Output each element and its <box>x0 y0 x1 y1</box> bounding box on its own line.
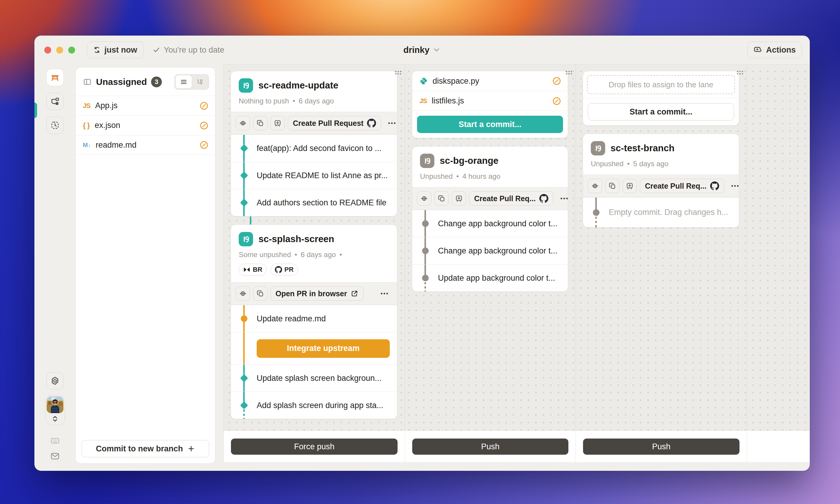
avatar-photo <box>47 396 64 413</box>
fetch-sync-button[interactable]: just now <box>87 41 144 58</box>
shortcuts-button[interactable] <box>50 435 60 446</box>
lane-drag-handle[interactable] <box>736 70 744 75</box>
push-button[interactable]: Push <box>412 438 568 455</box>
branch-badge-br[interactable]: BR <box>239 264 267 276</box>
lane-drag-handle[interactable] <box>565 70 573 75</box>
branch-name[interactable]: sc-bg-orange <box>440 156 498 166</box>
open-pr-in-browser-button[interactable]: Open PR in browser <box>270 286 364 301</box>
actions-button[interactable]: Actions <box>747 41 802 58</box>
app-window: just now You're up to date drinky Action… <box>34 36 810 471</box>
commit-bullet <box>422 248 429 254</box>
branch-toolbar: Create Pull Request <box>231 112 397 134</box>
file-row[interactable]: M↓ readme.md <box>76 135 215 155</box>
commit-message: Update readme.md <box>257 314 326 323</box>
workspace-tab-button[interactable] <box>46 69 64 86</box>
push-button[interactable]: Push <box>583 438 739 455</box>
commit-to-new-branch-button[interactable]: Commit to new branch <box>82 440 209 457</box>
file-name: readme.md <box>96 141 137 150</box>
sparkle-icon <box>754 46 763 54</box>
branches-tab-button[interactable] <box>46 93 64 110</box>
more-options-button[interactable] <box>556 194 568 203</box>
tree-view-icon <box>196 78 204 86</box>
commit-message: Update README to list Anne as pr... <box>257 171 388 180</box>
create-pull-request-button[interactable]: Create Pull Request <box>288 116 381 130</box>
new-pr-button[interactable] <box>270 116 285 130</box>
list-view-button[interactable] <box>176 75 192 89</box>
upstream-commit-row[interactable]: Update readme.md <box>231 305 397 332</box>
branch-name[interactable]: sc-splash-screen <box>259 234 334 245</box>
plus-icon <box>187 445 195 453</box>
github-icon <box>367 119 376 128</box>
commit-row[interactable]: feat(app): Add second favicon to ... <box>231 134 397 162</box>
workbench-icon <box>50 72 60 83</box>
copy-button[interactable] <box>434 191 449 206</box>
create-pull-request-button[interactable]: Create Pull Req... <box>640 179 724 193</box>
force-push-button[interactable]: Force push <box>231 438 398 455</box>
empty-commit-row[interactable]: Empty commit. Drag changes h... <box>583 197 739 227</box>
project-switcher[interactable]: drinky <box>403 45 441 55</box>
file-row[interactable]: { } ex.json <box>76 115 215 135</box>
create-pr-label: Create Pull Request <box>293 119 364 128</box>
commit-row[interactable]: Add authors section to README file <box>231 189 397 216</box>
avatar <box>47 396 64 413</box>
external-link-icon <box>351 290 358 298</box>
file-row[interactable]: JS App.js <box>76 96 215 115</box>
target-button[interactable] <box>417 191 431 206</box>
more-options-button[interactable] <box>384 119 397 128</box>
file-row[interactable]: JS listfiles.js <box>412 91 568 111</box>
branch-name[interactable]: sc-test-branch <box>611 143 675 154</box>
sync-icon <box>93 46 101 54</box>
start-commit-button[interactable]: Start a commit... <box>588 103 734 121</box>
target-button[interactable] <box>236 116 250 130</box>
account-switcher[interactable] <box>45 395 65 426</box>
commit-row[interactable]: Change app background color t... <box>412 210 568 237</box>
copy-button[interactable] <box>253 286 267 301</box>
lane-drag-handle[interactable] <box>394 70 402 75</box>
js-file-icon: JS <box>419 97 427 105</box>
minimize-window-button[interactable] <box>56 47 63 54</box>
more-options-button[interactable] <box>377 289 392 298</box>
target-button[interactable] <box>236 286 250 301</box>
modified-icon <box>552 96 561 106</box>
start-commit-button[interactable]: Start a commit... <box>417 116 563 133</box>
file-row[interactable]: diskspace.py <box>412 71 568 91</box>
integrate-upstream-button[interactable]: Integrate upstream <box>257 339 390 358</box>
settings-button[interactable] <box>46 372 64 390</box>
target-button[interactable] <box>588 179 602 193</box>
branch-name[interactable]: sc-readme-update <box>259 80 338 91</box>
drag-dots-icon <box>394 70 402 75</box>
branch-connector <box>231 216 397 224</box>
close-window-button[interactable] <box>44 47 51 54</box>
pr-badge-label: PR <box>284 266 294 273</box>
python-file-icon <box>419 77 428 85</box>
copy-button[interactable] <box>253 116 267 130</box>
tree-view-button[interactable] <box>192 75 208 89</box>
commit-row[interactable]: Change app background color t... <box>412 237 568 264</box>
copy-icon <box>256 289 264 298</box>
new-pr-button[interactable] <box>452 191 466 206</box>
commit-row[interactable]: Update app background color t... <box>412 264 568 291</box>
pr-add-icon <box>626 182 634 190</box>
commit-message: Update app background color t... <box>438 273 555 283</box>
commit-row[interactable]: Update splash screen backgroun... <box>231 364 397 392</box>
file-name: listfiles.js <box>432 96 464 106</box>
more-options-button[interactable] <box>727 181 739 191</box>
commit-row[interactable]: Update README to list Anne as pr... <box>231 162 397 189</box>
commit-row[interactable]: Add splash screen during app sta... <box>231 392 397 419</box>
commit-bullet <box>240 199 248 207</box>
drop-files-zone[interactable]: Drop files to assign to the lane <box>587 75 735 94</box>
copy-button[interactable] <box>605 179 619 193</box>
dot-separator: • <box>295 251 297 259</box>
pr-add-icon <box>274 119 282 127</box>
up-to-date-status: You're up to date <box>153 46 224 55</box>
lane-2: diskspace.py JS listfiles.js Start a com… <box>405 65 576 430</box>
unassigned-title: Unassigned <box>96 77 147 87</box>
zoom-window-button[interactable] <box>68 47 75 54</box>
feedback-button[interactable] <box>50 451 60 461</box>
history-tab-button[interactable] <box>46 116 64 134</box>
gitbutler-branch-icon <box>241 81 250 90</box>
dot-separator: • <box>456 172 459 181</box>
branch-badge-pr[interactable]: PR <box>270 264 298 276</box>
new-pr-button[interactable] <box>623 179 637 193</box>
create-pull-request-button[interactable]: Create Pull Req... <box>469 191 554 206</box>
